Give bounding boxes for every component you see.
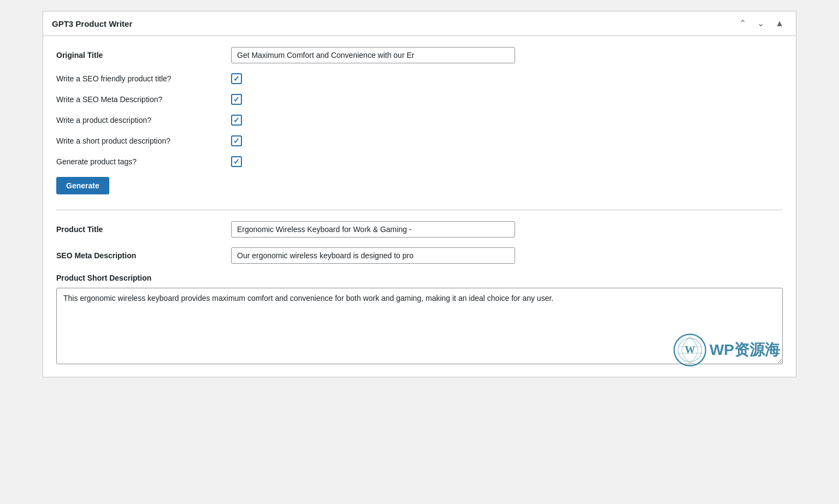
collapse-down-button[interactable]: ⌄ <box>754 18 767 29</box>
original-title-label: Original Title <box>56 51 231 60</box>
product-title-row: Product Title <box>56 221 783 238</box>
product-desc-label-check: Write a product description? <box>56 116 231 124</box>
original-title-row: Original Title <box>56 47 783 63</box>
collapse-up-button[interactable]: ⌃ <box>736 18 749 29</box>
seo-title-row: Write a SEO friendly product title? <box>56 73 783 84</box>
seo-meta-row: Write a SEO Meta Description? <box>56 94 783 105</box>
divider <box>56 210 783 210</box>
panel-controls: ⌃ ⌄ ▲ <box>736 18 787 29</box>
seo-meta-input[interactable] <box>231 247 515 264</box>
short-desc-checkbox[interactable] <box>231 135 242 146</box>
panel-title: GPT3 Product Writer <box>52 19 132 28</box>
seo-meta-checkbox-wrapper[interactable] <box>231 94 242 105</box>
seo-meta-field-label: SEO Meta Description <box>56 251 231 260</box>
seo-title-checkbox[interactable] <box>231 73 242 84</box>
product-desc-row: Write a product description? <box>56 115 783 126</box>
original-title-input[interactable] <box>231 47 515 63</box>
panel-header: GPT3 Product Writer ⌃ ⌄ ▲ <box>43 11 796 36</box>
product-tags-label: Generate product tags? <box>56 157 231 166</box>
seo-title-label: Write a SEO friendly product title? <box>56 74 231 83</box>
product-title-label: Product Title <box>56 225 231 234</box>
short-desc-check-row: Write a short product description? <box>56 135 783 146</box>
short-desc-section-label: Product Short Description <box>56 274 783 282</box>
short-desc-section: Product Short Description This ergonomic… <box>56 274 783 366</box>
seo-meta-label-check: Write a SEO Meta Description? <box>56 95 231 104</box>
product-desc-checkbox-wrapper[interactable] <box>231 115 242 126</box>
product-tags-checkbox[interactable] <box>231 156 242 167</box>
short-desc-textarea[interactable]: This ergonomic wireless keyboard provide… <box>56 288 783 364</box>
seo-title-checkbox-wrapper[interactable] <box>231 73 242 84</box>
product-title-input[interactable] <box>231 221 515 238</box>
close-button[interactable]: ▲ <box>772 18 787 29</box>
generate-button[interactable]: Generate <box>56 177 109 194</box>
gpt3-product-writer-panel: GPT3 Product Writer ⌃ ⌄ ▲ Original Title… <box>43 11 796 377</box>
seo-meta-field-row: SEO Meta Description <box>56 247 783 264</box>
seo-meta-checkbox[interactable] <box>231 94 242 105</box>
product-desc-checkbox[interactable] <box>231 115 242 126</box>
product-tags-checkbox-wrapper[interactable] <box>231 156 242 167</box>
panel-body: Original Title Write a SEO friendly prod… <box>43 36 796 377</box>
short-desc-check-label: Write a short product description? <box>56 137 231 145</box>
product-tags-row: Generate product tags? <box>56 156 783 167</box>
short-desc-checkbox-wrapper[interactable] <box>231 135 242 146</box>
